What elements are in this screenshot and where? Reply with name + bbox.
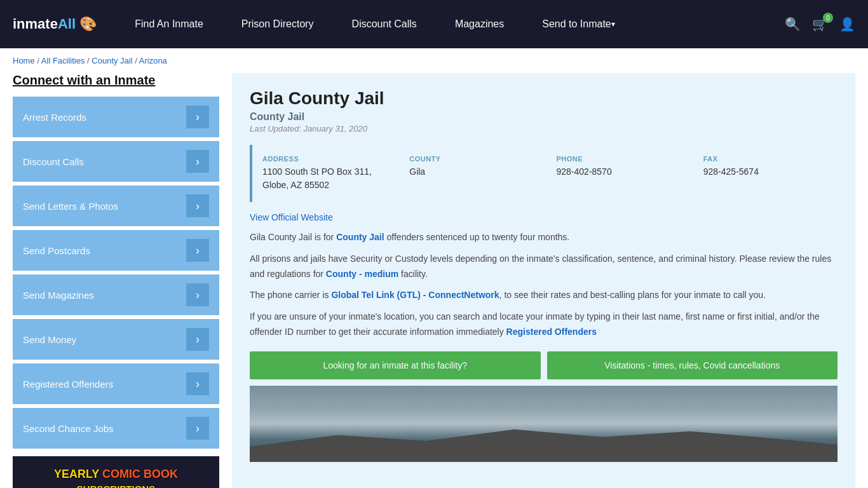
sidebar-btn-send-money[interactable]: Send Money › bbox=[13, 319, 219, 360]
gtl-link[interactable]: Global Tel Link (GTL) - ConnectNetwork bbox=[331, 290, 499, 300]
navbar: inmateAll 🎨 Find An Inmate Prison Direct… bbox=[0, 0, 868, 48]
registered-offenders-link[interactable]: Registered Offenders bbox=[506, 327, 597, 337]
phone-col: PHONE 928-402-8570 bbox=[557, 155, 691, 192]
facility-panel: Gila County Jail County Jail Last Update… bbox=[232, 73, 855, 488]
fax-value: 928-425-5674 bbox=[703, 165, 837, 179]
ad-content: YEARLY COMIC BOOK SUBSCRIPTIONS STARTING… bbox=[23, 466, 209, 488]
action-buttons: Looking for an inmate at this facility? … bbox=[250, 351, 837, 379]
sidebar-ad[interactable]: YEARLY COMIC BOOK SUBSCRIPTIONS STARTING… bbox=[13, 456, 219, 488]
desc-para-2: All prisons and jails have Security or C… bbox=[250, 252, 837, 282]
sidebar-btn-second-chance-jobs[interactable]: Second Chance Jobs › bbox=[13, 408, 219, 449]
logo[interactable]: inmateAll 🎨 bbox=[13, 16, 97, 32]
arrow-icon: › bbox=[186, 372, 209, 395]
nav-find-inmate[interactable]: Find An Inmate bbox=[116, 0, 222, 48]
sidebar: Connect with an Inmate Arrest Records › … bbox=[13, 73, 219, 488]
arrow-icon: › bbox=[186, 283, 209, 306]
facility-details: ADDRESS 1100 South St PO Box 311, Globe,… bbox=[250, 145, 837, 202]
arrow-icon: › bbox=[186, 105, 209, 128]
address-value: 1100 South St PO Box 311, Globe, AZ 8550… bbox=[262, 165, 397, 192]
sidebar-btn-discount-calls[interactable]: Discount Calls › bbox=[13, 141, 219, 182]
sidebar-btn-registered-offenders[interactable]: Registered Offenders › bbox=[13, 363, 219, 404]
desc-para-3: The phone carrier is Global Tel Link (GT… bbox=[250, 288, 837, 303]
main-content: Connect with an Inmate Arrest Records › … bbox=[0, 73, 868, 488]
facility-photo bbox=[250, 386, 837, 462]
arrow-icon: › bbox=[186, 239, 209, 262]
facility-description: Gila County Jail is for County Jail offe… bbox=[250, 230, 837, 340]
sidebar-title: Connect with an Inmate bbox=[13, 73, 219, 88]
sidebar-btn-send-letters[interactable]: Send Letters & Photos › bbox=[13, 186, 219, 226]
arrow-icon: › bbox=[186, 194, 209, 217]
county-jail-link[interactable]: County Jail bbox=[336, 232, 384, 242]
nav-discount-calls[interactable]: Discount Calls bbox=[333, 0, 436, 48]
sidebar-btn-send-magazines[interactable]: Send Magazines › bbox=[13, 274, 219, 315]
arrow-icon: › bbox=[186, 150, 209, 173]
search-icon[interactable]: 🔍 bbox=[785, 17, 801, 32]
sidebar-btn-send-postcards[interactable]: Send Postcards › bbox=[13, 230, 219, 271]
nav-magazines[interactable]: Magazines bbox=[436, 0, 523, 48]
arrow-icon: › bbox=[186, 417, 209, 440]
phone-value: 928-402-8570 bbox=[557, 165, 691, 179]
nav-send-to-inmate[interactable]: Send to Inmate bbox=[523, 0, 634, 48]
fax-label: FAX bbox=[703, 155, 837, 163]
county-medium-link[interactable]: County - medium bbox=[326, 269, 398, 279]
nav-prison-directory[interactable]: Prison Directory bbox=[222, 0, 333, 48]
official-website-link[interactable]: View Official Website bbox=[250, 212, 333, 222]
county-label: COUNTY bbox=[409, 155, 543, 163]
facility-name: Gila County Jail bbox=[250, 88, 837, 109]
breadcrumb-arizona[interactable]: Arizona bbox=[139, 56, 167, 65]
arrow-icon: › bbox=[186, 328, 209, 351]
desc-para-1: Gila County Jail is for County Jail offe… bbox=[250, 230, 837, 245]
user-icon[interactable]: 👤 bbox=[839, 17, 855, 32]
address-col: ADDRESS 1100 South St PO Box 311, Globe,… bbox=[262, 155, 397, 192]
facility-last-updated: Last Updated: January 31, 2020 bbox=[250, 124, 837, 133]
county-value: Gila bbox=[409, 165, 543, 179]
breadcrumb-home[interactable]: Home bbox=[13, 56, 35, 65]
ad-title-line2: SUBSCRIPTIONS bbox=[23, 482, 209, 488]
phone-label: PHONE bbox=[557, 155, 691, 163]
county-col: COUNTY Gila bbox=[409, 155, 543, 192]
cart-badge: 0 bbox=[823, 13, 833, 23]
ad-title-line1: YEARLY COMIC BOOK bbox=[23, 466, 209, 482]
visitations-btn[interactable]: Visitations - times, rules, Covid cancel… bbox=[547, 351, 838, 379]
fax-col: FAX 928-425-5674 bbox=[703, 155, 837, 192]
breadcrumb-all-facilities[interactable]: All Facilities bbox=[41, 56, 85, 65]
logo-text: inmateAll 🎨 bbox=[13, 16, 97, 32]
breadcrumb: Home / All Facilities / County Jail / Ar… bbox=[0, 48, 868, 73]
find-inmate-btn[interactable]: Looking for an inmate at this facility? bbox=[250, 351, 541, 379]
address-label: ADDRESS bbox=[262, 155, 397, 163]
cart-icon[interactable]: 🛒 0 bbox=[812, 17, 828, 32]
desc-para-4: If you are unsure of your inmate's locat… bbox=[250, 309, 837, 340]
nav-links: Find An Inmate Prison Directory Discount… bbox=[116, 0, 785, 48]
nav-icons: 🔍 🛒 0 👤 bbox=[785, 17, 855, 32]
breadcrumb-county-jail[interactable]: County Jail bbox=[92, 56, 132, 65]
sidebar-btn-arrest-records[interactable]: Arrest Records › bbox=[13, 97, 219, 137]
facility-type: County Jail bbox=[250, 111, 837, 123]
